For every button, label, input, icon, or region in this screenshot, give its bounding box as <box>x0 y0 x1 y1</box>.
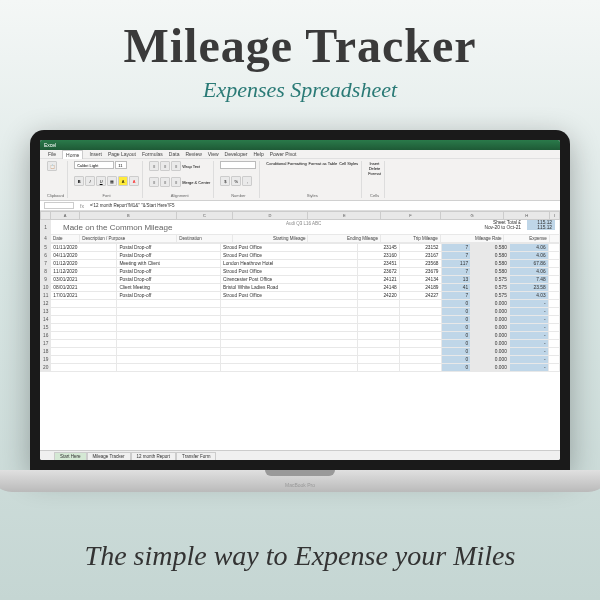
currency-icon[interactable]: $ <box>220 176 230 186</box>
table-row[interactable]: 903/01/2021Postal Drop-offCirencester Po… <box>41 276 560 284</box>
align-center-icon[interactable]: ≡ <box>160 177 170 187</box>
ribbon-alignment: ≡ ≡ ≡ Wrap Text ≡ ≡ ≡ Merge & Center Ali… <box>146 161 214 198</box>
percent-icon[interactable]: % <box>231 176 241 186</box>
table-row[interactable]: 1700.000- <box>41 340 560 348</box>
formula-bar: fx ='12 month Report'!M1&" "&'Start Here… <box>40 201 560 211</box>
laptop-base: MacBook Pro <box>0 470 600 492</box>
menu-review[interactable]: Review <box>185 151 201 157</box>
col-headers: ABCDEFGHI <box>41 212 560 220</box>
table-row[interactable]: 2000.000- <box>41 364 560 372</box>
align-bot-icon[interactable]: ≡ <box>171 161 181 171</box>
data-header-row: 4 DateDescription / PurposeDestination S… <box>41 235 560 243</box>
fill-icon[interactable]: A <box>118 176 128 186</box>
fx-icon[interactable]: fx <box>80 203 84 209</box>
laptop-mockup: Excel File Home Insert Page Layout Formu… <box>30 130 570 492</box>
table-row[interactable]: 1008/01/2021Client MeetingBristol White … <box>41 284 560 292</box>
page-title: Mileage Tracker <box>0 18 600 73</box>
bold-button[interactable]: B <box>74 176 84 186</box>
menu-insert[interactable]: Insert <box>89 151 102 157</box>
table-row[interactable]: 604/11/2020Postal Drop-offStroud Post Of… <box>41 252 560 260</box>
table-row[interactable]: 1117/01/2021Postal Drop-offStroud Post O… <box>41 292 560 300</box>
tagline: The simple way to Expense your Miles <box>0 540 600 572</box>
menu-data[interactable]: Data <box>169 151 180 157</box>
menu-formulas[interactable]: Formulas <box>142 151 163 157</box>
format-table-button[interactable]: Format as Table <box>309 161 338 166</box>
align-right-icon[interactable]: ≡ <box>171 177 181 187</box>
vehicle-label: Audi Q3 L16 ABC <box>286 221 321 226</box>
tab-transfer[interactable]: Transfer Form <box>176 452 216 460</box>
tab-start[interactable]: Start Here <box>54 452 87 460</box>
table-row[interactable]: 1900.000- <box>41 356 560 364</box>
table-row[interactable]: 1300.000- <box>41 308 560 316</box>
table-row[interactable]: 1400.000- <box>41 316 560 324</box>
paste-icon[interactable]: 📋 <box>47 161 57 171</box>
hero: Mileage Tracker Expenses Spreadsheet <box>0 0 600 111</box>
cell-styles-button[interactable]: Cell Styles <box>339 161 358 166</box>
worksheet[interactable]: ABCDEFGHI 1 Made on the Common Mileage A… <box>40 211 560 372</box>
fontsize-select[interactable]: 11 <box>115 161 127 169</box>
ribbon-font: Calibri Light 11 B I U ▦ A A Font <box>71 161 143 198</box>
sheet-tabs: Start Here Mileage Tracker 12 month Repo… <box>40 450 560 460</box>
table-row[interactable]: 1500.000- <box>41 324 560 332</box>
tab-mileage[interactable]: Mileage Tracker <box>87 452 131 460</box>
name-box[interactable] <box>44 202 74 209</box>
excel-window: Excel File Home Insert Page Layout Formu… <box>40 140 560 460</box>
fontcolor-icon[interactable]: A <box>129 176 139 186</box>
ribbon-styles: Conditional Formatting Format as Table C… <box>263 161 362 198</box>
laptop-brand: MacBook Pro <box>285 482 315 488</box>
excel-menubar: File Home Insert Page Layout Formulas Da… <box>40 150 560 159</box>
table-row[interactable]: 1800.000- <box>41 348 560 356</box>
menu-pagelayout[interactable]: Page Layout <box>108 151 136 157</box>
italic-button[interactable]: I <box>85 176 95 186</box>
table-row[interactable]: 701/12/2020Meeting with ClientLondon Hea… <box>41 260 560 268</box>
menu-view[interactable]: View <box>208 151 219 157</box>
table-row[interactable]: 1200.000- <box>41 300 560 308</box>
comma-icon[interactable]: , <box>242 176 252 186</box>
font-select[interactable]: Calibri Light <box>74 161 114 169</box>
number-format[interactable] <box>220 161 256 169</box>
merge-button[interactable]: Merge & Center <box>182 180 210 185</box>
format-cell-button[interactable]: Format <box>368 171 381 176</box>
table-row[interactable]: 1600.000- <box>41 332 560 340</box>
excel-titlebar: Excel <box>40 140 560 150</box>
totals-box: Sheet Total £115.12 Nov-20 to Oct-21115.… <box>484 220 555 230</box>
table-row[interactable]: 811/12/2020Postal Drop-offStroud Post Of… <box>41 268 560 276</box>
ribbon-number: $ % , Number <box>217 161 260 198</box>
ribbon-cells: Insert Delete Format Cells <box>365 161 385 198</box>
align-mid-icon[interactable]: ≡ <box>160 161 170 171</box>
wrap-text-button[interactable]: Wrap Text <box>182 164 200 169</box>
menu-powerpivot[interactable]: Power Pivot <box>270 151 297 157</box>
menu-developer[interactable]: Developer <box>225 151 248 157</box>
page-subtitle: Expenses Spreadsheet <box>0 77 600 103</box>
align-top-icon[interactable]: ≡ <box>149 161 159 171</box>
border-icon[interactable]: ▦ <box>107 176 117 186</box>
laptop-screen: Excel File Home Insert Page Layout Formu… <box>30 130 570 470</box>
menu-help[interactable]: Help <box>253 151 263 157</box>
cond-format-button[interactable]: Conditional Formatting <box>266 161 306 166</box>
excel-ribbon: 📋 Clipboard Calibri Light 11 B I U ▦ A A <box>40 159 560 201</box>
formula-input[interactable]: ='12 month Report'!M1&" "&'Start Here'!F… <box>90 203 175 208</box>
table-row[interactable]: 501/11/2020Postal Drop-offStroud Post Of… <box>41 244 560 252</box>
menu-file[interactable]: File <box>48 151 56 157</box>
laptop-notch <box>265 470 335 476</box>
menu-home[interactable]: Home <box>62 150 83 159</box>
underline-button[interactable]: U <box>96 176 106 186</box>
align-left-icon[interactable]: ≡ <box>149 177 159 187</box>
ribbon-clipboard: 📋 Clipboard <box>44 161 68 198</box>
tab-report[interactable]: 12 month Report <box>131 452 177 460</box>
